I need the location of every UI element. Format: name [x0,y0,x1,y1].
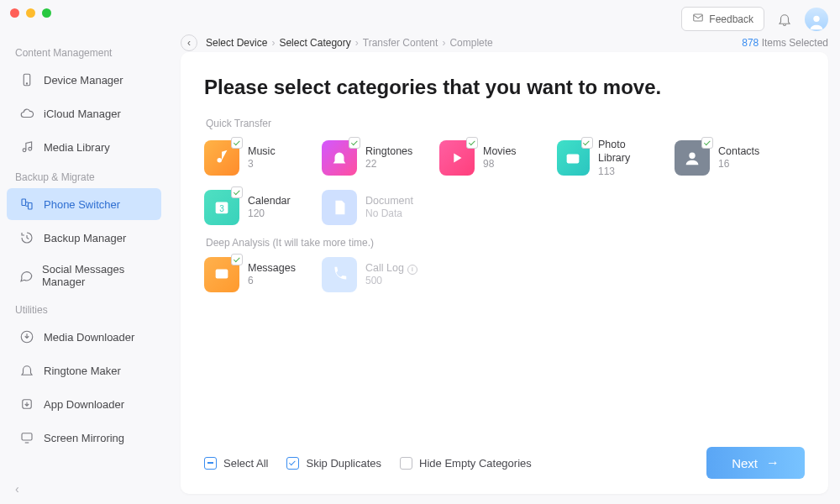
sidebar-item-screen-mirroring[interactable]: Screen Mirroring [7,422,161,454]
tile-photo-library[interactable]: Photo Library113 [557,138,656,178]
crumb-select-device[interactable]: Select Device [206,37,267,49]
sidebar-item-device-manager[interactable]: Device Manager [7,64,161,96]
sidebar-item-label: Device Manager [44,74,123,87]
checkmark-icon [701,137,713,149]
crumb-select-category: Select Category [279,37,350,49]
next-button[interactable]: Next → [706,447,805,479]
tile-ringtones[interactable]: Ringtones22 [322,138,421,178]
avatar[interactable] [805,8,828,31]
tile-document[interactable]: DocumentNo Data [322,190,421,225]
collapse-sidebar-icon[interactable]: ‹ [15,482,19,496]
music-note-icon [18,139,35,155]
page-title: Please select categories that you want t… [204,76,805,99]
checkmark-icon [231,137,243,149]
notifications-icon[interactable] [774,9,795,29]
info-icon[interactable]: i [407,265,417,275]
checkmark-icon [581,137,593,149]
crumb-complete: Complete [449,37,492,49]
sidebar: Content Management Device Manager iCloud… [0,34,168,504]
tile-contacts[interactable]: Contacts16 [675,138,774,178]
items-selected-label: 878 Items Selected [742,37,828,49]
sidebar-item-label: Ringtone Maker [44,365,121,377]
back-button[interactable]: ‹ [181,34,197,51]
hide-empty-checkbox[interactable]: Hide Empty Categories [400,457,532,470]
checkbox-checked-icon [286,457,299,470]
svg-text:3: 3 [219,204,224,213]
feedback-button[interactable]: Feedback [681,7,764,31]
mail-icon [692,12,704,26]
sidebar-item-phone-switcher[interactable]: Phone Switcher [7,188,161,220]
chat-icon [18,267,34,284]
group-quick-transfer: Quick Transfer [206,118,805,129]
switch-icon [18,196,35,213]
window-traffic-lights[interactable] [10,8,51,18]
svg-rect-10 [22,433,32,440]
svg-point-12 [571,156,576,161]
bell-icon [18,362,35,379]
history-icon [18,229,35,246]
checkmark-icon [466,137,478,149]
checkbox-empty-icon [400,457,412,470]
sidebar-section-utilities: Utilities [0,297,168,319]
crumb-transfer-content: Transfer Content [363,37,438,49]
sidebar-item-label: Phone Switcher [44,198,120,211]
footer-bar: Select All Skip Duplicates Hide Empty Ca… [204,447,805,479]
sidebar-item-media-downloader[interactable]: Media Downloader [7,321,161,353]
svg-rect-16 [216,270,228,279]
sidebar-item-label: Screen Mirroring [44,432,124,444]
sidebar-item-backup-manager[interactable]: Backup Manager [7,222,161,254]
sidebar-section-content: Content Management [0,40,168,62]
mirror-icon [18,429,35,446]
sidebar-item-label: App Downloader [44,398,124,411]
sidebar-item-label: Social Messages Manager [42,263,150,288]
sidebar-item-label: Media Downloader [44,331,134,344]
tile-music[interactable]: Music3 [204,138,303,178]
phone-icon [18,71,35,88]
sidebar-item-label: Backup Manager [44,232,126,244]
group-deep-analysis: Deep Analysis (It will take more time.) [206,237,805,249]
sidebar-item-icloud-manager[interactable]: iCloud Manager [7,97,161,129]
feedback-label: Feedback [709,13,753,25]
select-all-checkbox[interactable]: Select All [204,457,268,470]
app-icon [18,396,35,412]
sidebar-item-social-messages[interactable]: Social Messages Manager [7,255,161,296]
svg-rect-7 [29,203,33,210]
checkmark-icon [231,254,243,265]
download-icon [18,328,35,345]
sidebar-item-app-downloader[interactable]: App Downloader [7,388,161,420]
tile-messages[interactable]: Messages6 [204,257,303,292]
sidebar-item-label: iCloud Manager [44,108,121,120]
sidebar-item-label: Media Library [44,141,110,154]
cloud-icon [18,105,35,122]
breadcrumb: ‹ Select Device› Select Category› Transf… [181,34,828,52]
sidebar-section-backup: Backup & Migrate [0,165,168,186]
arrow-right-icon: → [766,455,780,470]
svg-point-3 [26,83,27,84]
svg-rect-6 [22,199,26,206]
checkmark-icon [231,186,243,198]
tile-call-log[interactable]: Call Logi 500 [322,257,421,292]
sidebar-item-media-library[interactable]: Media Library [7,131,161,163]
items-selected-count: 878 [742,37,759,49]
checkbox-indeterminate-icon [204,457,217,470]
checkmark-icon [349,137,360,149]
main-panel: Please select categories that you want t… [181,52,828,494]
svg-point-1 [813,15,819,21]
close-window-icon[interactable] [10,8,19,18]
svg-point-13 [689,153,695,159]
tile-calendar[interactable]: 3 Calendar120 [204,190,303,225]
tile-movies[interactable]: Movies98 [439,138,538,178]
zoom-window-icon[interactable] [42,8,51,18]
minimize-window-icon[interactable] [26,8,35,18]
skip-duplicates-checkbox[interactable]: Skip Duplicates [286,457,381,470]
sidebar-item-ringtone-maker[interactable]: Ringtone Maker [7,354,161,386]
